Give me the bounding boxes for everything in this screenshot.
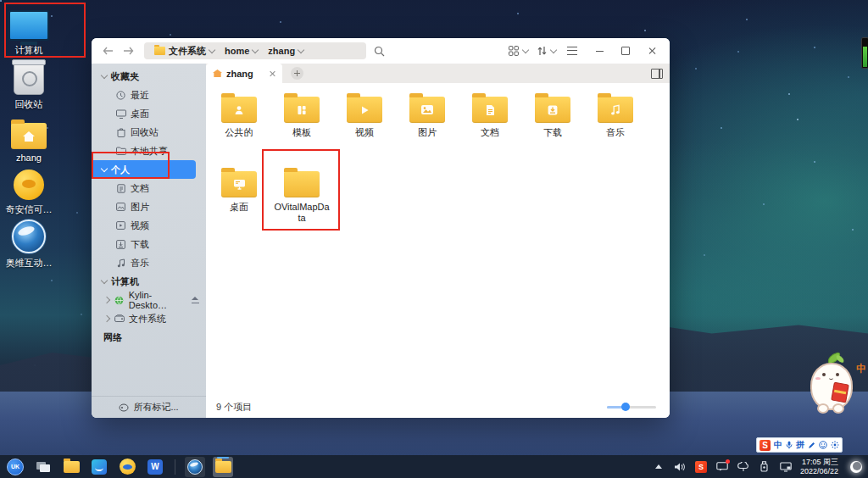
eject-icon[interactable] — [192, 297, 199, 303]
browser-launcher[interactable] — [117, 457, 137, 477]
breadcrumb-zhang[interactable]: zhang — [263, 46, 309, 56]
chat-icon — [716, 462, 728, 471]
sidebar-section-computer[interactable]: 计算机 — [92, 272, 206, 291]
chevron-down-icon[interactable] — [101, 276, 108, 283]
sidebar-item-music[interactable]: 音乐 — [92, 253, 206, 272]
desktop-icon-home-folder[interactable]: zhang — [0, 117, 58, 163]
tab-zhang[interactable]: zhang — [206, 64, 282, 83]
ovital-running-task[interactable] — [185, 457, 205, 477]
sidebar-item-kylin-desktop[interactable]: Kylin-Deskto… — [92, 291, 206, 309]
chevron-down-icon[interactable] — [101, 164, 108, 171]
weather-button[interactable] — [737, 460, 750, 474]
sidebar-section-favorites[interactable]: 收藏夹 — [92, 67, 206, 86]
items-count-label: 9 个项目 — [216, 401, 252, 414]
desktop-pet-mascot[interactable] — [804, 353, 858, 419]
ime-chinese-mode[interactable]: 中 — [774, 439, 782, 451]
search-button[interactable] — [370, 42, 389, 60]
ime-voice-icon[interactable] — [786, 441, 793, 449]
chevron-right-icon[interactable] — [103, 297, 110, 303]
clock[interactable]: 17:05 周三 2022/06/22 — [800, 458, 838, 475]
desktop-icon-trash[interactable]: 回收站 — [0, 63, 58, 111]
folder-item-videos[interactable]: 视频 — [333, 90, 396, 164]
view-mode-button[interactable] — [504, 42, 523, 60]
desktop-icon-ovital[interactable]: 奥维互动… — [0, 221, 58, 270]
messages-button[interactable] — [715, 460, 729, 474]
all-tags-button[interactable]: 所有标记... — [92, 396, 206, 418]
ime-settings-gear-icon[interactable] — [831, 441, 839, 449]
breadcrumb-home[interactable]: home — [220, 46, 263, 56]
monitor-emblem-icon — [233, 179, 246, 190]
sogou-tray-button[interactable]: S — [694, 460, 708, 474]
new-tab-button[interactable] — [291, 67, 303, 80]
mascot-eye — [822, 373, 826, 376]
volume-button[interactable] — [673, 460, 687, 474]
tray-expand-button[interactable] — [652, 460, 665, 474]
close-button[interactable] — [643, 42, 661, 60]
chevron-down-icon[interactable] — [209, 46, 215, 53]
minimize-button[interactable] — [590, 42, 609, 60]
date-label: 2022/06/22 — [800, 467, 838, 476]
sidebar-item-desktop[interactable]: 桌面 — [92, 104, 206, 123]
sidebar-item-trash[interactable]: 回收站 — [92, 123, 206, 142]
folder-item-downloads[interactable]: 下载 — [521, 90, 584, 164]
document-emblem-icon — [485, 104, 495, 116]
sidebar-item-local-share[interactable]: 本地共享 — [92, 142, 206, 160]
music-note-icon — [115, 258, 126, 269]
sidebar-item-recent[interactable]: 最近 — [92, 86, 206, 104]
wps-launcher[interactable]: W — [145, 457, 165, 477]
sidebar-item-videos[interactable]: 视频 — [92, 216, 206, 235]
multitask-view-button[interactable] — [33, 457, 53, 477]
ime-pinyin-mode[interactable]: 拼 — [796, 439, 804, 451]
desktop-icon-computer[interactable]: 计算机 — [0, 8, 58, 57]
sidebar-item-pictures[interactable]: 图片 — [92, 197, 206, 216]
start-menu-button[interactable]: UK — [5, 457, 25, 477]
sidebar-item-downloads[interactable]: 下载 — [92, 235, 206, 253]
play-emblem-icon — [359, 104, 370, 116]
back-button[interactable] — [100, 43, 115, 58]
breadcrumb-filesystem[interactable]: 文件系统 — [149, 45, 220, 58]
chevron-up-icon — [655, 464, 662, 469]
chevron-down-icon[interactable] — [298, 46, 304, 53]
chevron-right-icon[interactable] — [103, 315, 110, 322]
maximize-button[interactable] — [616, 42, 635, 60]
mascot-foot — [817, 403, 829, 414]
software-store-launcher[interactable] — [89, 457, 109, 477]
desktop-icon-qianxin[interactable]: 奇安信可… — [0, 168, 58, 216]
chevron-down-icon[interactable] — [522, 46, 529, 53]
sort-button[interactable] — [533, 42, 551, 60]
tab-close-icon[interactable] — [269, 70, 275, 77]
folder-item-pictures[interactable]: 图片 — [396, 90, 459, 164]
chevron-down-icon[interactable] — [101, 71, 108, 78]
preview-panel-toggle-icon[interactable] — [651, 69, 663, 79]
folder-item-desktop[interactable]: 桌面 — [208, 164, 270, 239]
sidebar-item-documents[interactable]: 文档 — [92, 179, 206, 197]
ime-pen-icon[interactable] — [808, 442, 815, 449]
network-display-button[interactable] — [779, 460, 793, 474]
multitask-icon — [36, 462, 50, 472]
file-list-area[interactable]: 公共的 模板 视频 — [206, 83, 670, 396]
folder-icon — [221, 171, 257, 197]
night-mode-button[interactable] — [849, 460, 863, 474]
forward-button[interactable] — [120, 43, 136, 58]
file-manager-active-task[interactable] — [213, 457, 233, 477]
slider-thumb[interactable] — [621, 403, 630, 411]
sidebar-section-network[interactable]: 网络 — [92, 328, 206, 347]
icon-size-slider[interactable] — [607, 406, 656, 409]
chevron-down-icon[interactable] — [550, 46, 557, 53]
folder-item-public[interactable]: 公共的 — [208, 90, 270, 164]
ovital-icon — [187, 459, 203, 475]
music-emblem-icon — [610, 104, 620, 116]
folder-item-ovitalmapdata[interactable]: OVitalMapData — [270, 164, 333, 239]
folder-item-templates[interactable]: 模板 — [270, 90, 333, 164]
ime-emoji-icon[interactable] — [819, 441, 827, 449]
file-manager-launcher[interactable] — [61, 457, 81, 477]
sidebar-item-filesystem[interactable]: 文件系统 — [92, 309, 206, 328]
sidebar-section-personal[interactable]: 个人 — [92, 160, 196, 179]
usb-device-button[interactable] — [758, 460, 771, 474]
ime-toolbar[interactable]: S 中 拼 — [756, 437, 843, 453]
chevron-down-icon[interactable] — [252, 46, 259, 53]
menu-button[interactable] — [563, 42, 581, 60]
folder-item-documents[interactable]: 文档 — [459, 90, 521, 164]
folder-item-music[interactable]: 音乐 — [584, 90, 647, 164]
sogou-logo-icon[interactable]: S — [760, 440, 771, 451]
